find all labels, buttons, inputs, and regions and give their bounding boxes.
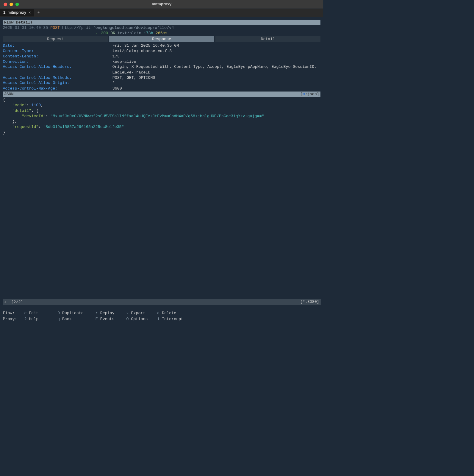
help-command: Edit: [29, 311, 57, 316]
help-command: Delete: [162, 311, 190, 316]
header-row: Access-Control-Allow-Headers:Origin, X-R…: [3, 64, 320, 75]
response-content-type: text/plain: [118, 31, 141, 35]
help-key[interactable]: O: [126, 317, 129, 321]
help-section-label: Flow:: [3, 311, 24, 316]
help-command: Export: [131, 311, 157, 316]
window-title-bar: mitmproxy: [0, 0, 323, 9]
header-row: Access-Control-Allow-Methods:POST, GET, …: [3, 75, 320, 80]
help-key[interactable]: i: [157, 317, 159, 321]
header-row: Connection:keep-alive: [3, 59, 320, 64]
help-command: Events: [100, 317, 126, 321]
body-section-label: JSON: [4, 92, 14, 96]
help-command: Duplicate: [62, 311, 96, 316]
header-value: text/plain; charset=utf-8: [112, 48, 172, 54]
response-arrow-icon: ←: [96, 31, 98, 35]
header-row: Access-Control-Max-Age:3600: [3, 86, 320, 91]
request-url: http://fp-it.fengkongcloud.com/devicepro…: [62, 26, 174, 30]
flow-details-header: Flow Details: [3, 20, 320, 25]
window-maximize-button[interactable]: [15, 3, 19, 6]
header-key: Content-Type:: [3, 48, 112, 54]
response-size: 173b: [144, 31, 153, 35]
help-command: Back: [62, 317, 96, 321]
request-method: POST: [50, 26, 60, 30]
header-row: Date:Fri, 31 Jan 2025 16:40:35 GMT: [3, 43, 320, 48]
body-section-mode: [m:json]: [300, 92, 319, 96]
help-section-label: Proxy:: [3, 316, 24, 322]
help-key[interactable]: e: [24, 311, 26, 316]
close-icon[interactable]: ✕: [28, 11, 31, 15]
tab-request[interactable]: Request: [3, 36, 108, 42]
content-area: Flow Details 2025-01-31 10:40:35 POST ht…: [0, 17, 323, 136]
response-line: ← 200 OK text/plain 173b 266ms: [3, 30, 320, 36]
help-command: Replay: [100, 311, 126, 316]
help-command: Intercept: [162, 317, 190, 321]
help-key[interactable]: x: [126, 311, 129, 316]
response-status-text: OK: [110, 31, 115, 35]
header-value: POST, GET, OPTIONS: [112, 75, 155, 80]
help-row: Proxy: ? Help q Back E Events O Options …: [3, 316, 320, 322]
help-row: Flow: e Edit D Duplicate r Replay x Expo…: [3, 311, 320, 316]
help-key[interactable]: r: [96, 311, 98, 316]
response-status-code: 200: [101, 31, 108, 35]
status-listen-address: [*:8080]: [300, 300, 319, 304]
header-key: Access-Control-Allow-Methods:: [3, 75, 112, 80]
detail-tabs: Request Response Detail: [3, 36, 320, 42]
help-key[interactable]: d: [157, 311, 159, 316]
header-value: Origin, X-Requested-With, Content-Type, …: [112, 64, 320, 75]
header-row: Access-Control-Allow-Origin:*: [3, 80, 320, 86]
tab-response[interactable]: Response: [109, 36, 214, 42]
header-value: Fri, 31 Jan 2025 16:40:35 GMT: [112, 43, 181, 48]
header-value: 173: [112, 54, 120, 59]
status-bar: ⇩ [2/2] [*:8080]: [3, 299, 320, 305]
header-value: keep-alive: [112, 59, 136, 64]
status-left: ⇩ [2/2]: [4, 300, 23, 304]
header-key: Content-Length:: [3, 54, 112, 59]
help-key[interactable]: D: [57, 311, 60, 316]
header-row: Content-Type:text/plain; charset=utf-8: [3, 48, 320, 54]
header-value: 3600: [112, 86, 122, 91]
help-command: Options: [131, 317, 157, 321]
header-key: Access-Control-Allow-Headers:: [3, 64, 112, 75]
new-tab-button[interactable]: +: [34, 10, 43, 15]
response-time: 266ms: [156, 31, 168, 35]
help-command: Help: [29, 317, 57, 321]
body-section-header: JSON [m:json]: [3, 91, 320, 97]
request-line: 2025-01-31 10:40:35 POST http://fp-it.fe…: [3, 25, 320, 31]
header-key: Access-Control-Max-Age:: [3, 86, 112, 91]
help-key[interactable]: E: [96, 317, 98, 321]
header-row: Content-Length:173: [3, 54, 320, 59]
traffic-lights: [4, 3, 19, 6]
request-timestamp: 2025-01-31 10:40:35: [3, 26, 48, 30]
tab-mitmproxy[interactable]: 1: mitmproxy ✕: [0, 9, 34, 16]
help-key[interactable]: q: [57, 317, 60, 321]
window-title: mitmproxy: [3, 2, 320, 7]
tab-label: 1: mitmproxy: [3, 10, 26, 15]
window-close-button[interactable]: [4, 3, 7, 6]
help-key[interactable]: ?: [24, 317, 26, 321]
help-bar: Flow: e Edit D Duplicate r Replay x Expo…: [3, 311, 320, 322]
window-minimize-button[interactable]: [10, 3, 13, 6]
tab-bar: 1: mitmproxy ✕ +: [0, 9, 323, 17]
header-value: *: [112, 80, 115, 86]
header-key: Access-Control-Allow-Origin:: [3, 80, 112, 86]
tab-detail[interactable]: Detail: [215, 36, 320, 42]
response-body-json: { "code": 1100, "detail": { "deviceId": …: [3, 97, 320, 136]
header-key: Date:: [3, 43, 112, 48]
header-key: Connection:: [3, 59, 112, 64]
response-headers: Date:Fri, 31 Jan 2025 16:40:35 GMTConten…: [3, 43, 320, 91]
